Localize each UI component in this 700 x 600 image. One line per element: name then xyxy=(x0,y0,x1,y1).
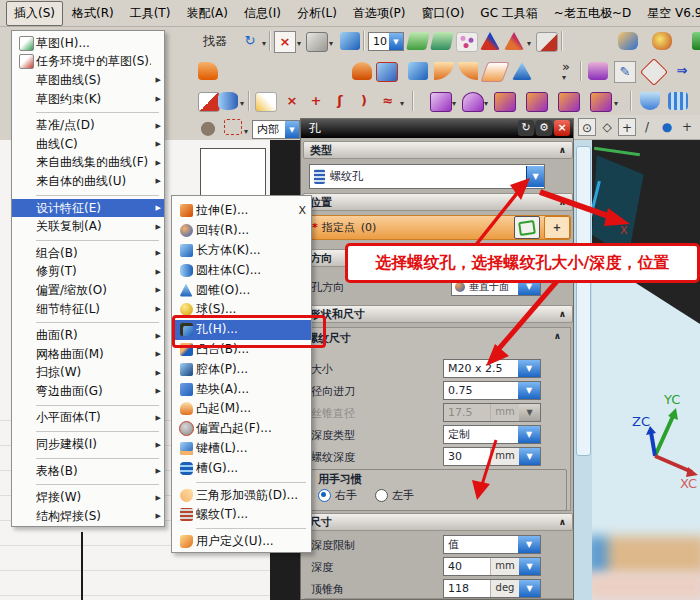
dialog-titlebar[interactable]: 孔 ↻ ⚙ × xyxy=(301,119,573,138)
tool-wrench-icon[interactable] xyxy=(588,62,608,80)
thread-depth-field[interactable]: 30 mm ▼ xyxy=(443,447,541,466)
sketch-section-button[interactable] xyxy=(514,216,540,239)
thread-size-header[interactable]: 螺纹尺寸 ∧ xyxy=(307,331,565,347)
hole-type-combo[interactable]: 螺纹孔 ▼ xyxy=(309,164,545,189)
submenu-item-emboss[interactable]: 凸起(M)... xyxy=(172,399,311,419)
point-set-icon[interactable] xyxy=(456,32,478,52)
ruled-surface-icon[interactable] xyxy=(640,92,660,110)
curve-spline-icon[interactable]: ʃ xyxy=(330,91,350,111)
submenu-item-offset-emboss[interactable]: 偏置凸起(F)... xyxy=(172,419,311,439)
depth-limit-dropdown-icon[interactable]: ▼ xyxy=(518,536,540,553)
pattern-face-icon[interactable] xyxy=(590,92,612,112)
orbit-icon[interactable]: ↻ xyxy=(240,31,260,51)
scrollbar-thumb[interactable] xyxy=(576,146,591,456)
layer-settings-icon[interactable] xyxy=(406,32,430,50)
depth-type-dropdown-icon[interactable]: ▼ xyxy=(518,426,540,443)
menu-item-synchronous-modeling[interactable]: 同步建模(I)▶ xyxy=(12,435,164,454)
menu-xingkong-plugin[interactable]: 星空 V6.935F xyxy=(640,2,700,25)
crescent-feature2-icon[interactable] xyxy=(458,62,478,80)
menu-item-surface[interactable]: 曲面(R)▶ xyxy=(12,326,164,345)
menu-analysis[interactable]: 分析(L) xyxy=(290,2,344,25)
mesh-surface-icon[interactable] xyxy=(668,92,688,110)
menu-item-offset-scale[interactable]: 偏置/缩放(O)▶ xyxy=(12,281,164,300)
type-section-header[interactable]: 类型 ∧ xyxy=(303,141,573,159)
menu-window[interactable]: 窗口(O) xyxy=(415,2,472,25)
crescent-feature-icon[interactable] xyxy=(434,62,454,80)
curve-plus-icon[interactable]: + xyxy=(306,91,326,111)
object-display-icon[interactable] xyxy=(652,32,672,50)
key-document-icon[interactable] xyxy=(255,92,277,112)
menu-item-sketch-in-task[interactable]: 任务环境中的草图(S)... xyxy=(12,53,164,72)
orbit-dropdown-icon[interactable]: ▾ xyxy=(262,39,266,48)
thread-depth-down-icon[interactable]: ▼ xyxy=(519,448,540,465)
submenu-item-groove[interactable]: 槽(G)... xyxy=(172,458,311,478)
menu-item-mesh-surface[interactable]: 网格曲面(M)▶ xyxy=(12,345,164,364)
menu-item-sweep[interactable]: 扫掠(W)▶ xyxy=(12,364,164,383)
shape-section-header[interactable]: 形状和尺寸 ∧ xyxy=(303,305,573,323)
cube-edge-icon[interactable] xyxy=(376,62,398,82)
move-face-icon[interactable] xyxy=(430,92,452,112)
cylinder-tool-icon[interactable] xyxy=(218,92,238,110)
left-hand-radio[interactable] xyxy=(375,489,388,502)
shaded-view-icon[interactable] xyxy=(340,32,360,50)
type-dropdown-icon[interactable]: ▼ xyxy=(526,166,544,187)
menu-assemblies[interactable]: 装配(A) xyxy=(179,2,235,25)
menu-item-facet-body[interactable]: 小平面体(T)▶ xyxy=(12,409,164,428)
menu-gc-toolbox[interactable]: GC 工具箱 xyxy=(473,2,545,25)
graphics-window[interactable]: X xyxy=(592,140,700,600)
snap-quadrant-icon[interactable]: ◇ xyxy=(598,118,616,136)
curve-dropdown-icon[interactable]: ▾ xyxy=(400,99,404,108)
tip-angle-down-icon[interactable]: ▼ xyxy=(519,580,540,597)
specify-point-row[interactable]: * 指定点 (0) + xyxy=(305,215,571,240)
submenu-item-revolve[interactable]: 回转(R)... xyxy=(172,221,311,241)
snap-face-icon[interactable]: ● xyxy=(658,118,676,136)
snap-point-icon[interactable]: + xyxy=(678,118,696,136)
menu-tools[interactable]: 工具(T) xyxy=(123,2,178,25)
point-dialog-button[interactable]: + xyxy=(544,216,570,239)
menu-item-weld[interactable]: 焊接(W)▶ xyxy=(12,488,164,507)
block-feature-icon[interactable] xyxy=(408,62,428,80)
radial-dropdown-icon[interactable]: ▼ xyxy=(518,382,540,399)
menu-laowu-plugin[interactable]: ~老五电极~D xyxy=(547,2,638,25)
toolbar-overflow-down-icon[interactable]: ▾ xyxy=(562,73,566,82)
dialog-scrollbar[interactable] xyxy=(574,140,592,600)
collapse-icon[interactable]: ∧ xyxy=(559,197,566,207)
cylinder-dropdown-icon[interactable]: ▾ xyxy=(240,99,244,108)
submenu-item-keyslot[interactable]: 键槽(L)... xyxy=(172,439,311,459)
menu-item-combine[interactable]: 组合(B)▶ xyxy=(12,244,164,263)
menu-item-curve-from-curves[interactable]: 来自曲线集的曲线(F)▶ xyxy=(12,154,164,173)
dimensions-section-header[interactable]: 尺寸 ∧ xyxy=(303,513,573,531)
menu-preferences[interactable]: 首选项(P) xyxy=(346,2,413,25)
size-dropdown-icon[interactable]: ▼ xyxy=(518,360,540,377)
collapse-icon[interactable]: ∧ xyxy=(559,309,566,319)
menu-item-curve-from-bodies[interactable]: 来自体的曲线(U)▶ xyxy=(12,172,164,191)
datum-dropdown-icon[interactable]: ▾ xyxy=(527,39,531,48)
right-hand-radio[interactable] xyxy=(318,489,331,502)
position-section-header[interactable]: 位置 ∧ xyxy=(303,193,573,211)
flat-pad-icon[interactable] xyxy=(480,62,509,82)
selection-scope-combo[interactable]: 内部 ▼ xyxy=(252,120,300,139)
menu-item-sketch-curve[interactable]: 草图曲线(S)▶ xyxy=(12,71,164,90)
snap-paw-icon[interactable] xyxy=(198,118,218,136)
offset-region-dropdown-icon[interactable]: ▾ xyxy=(484,99,488,108)
depth-limit-combo[interactable]: 值 ▼ xyxy=(443,535,541,554)
offset-region-icon[interactable] xyxy=(462,92,484,112)
submenu-item-user-defined[interactable]: 用户定义(U)... xyxy=(172,532,311,552)
curve-wave-icon[interactable]: ≈ xyxy=(378,91,398,111)
menu-item-flange-surface[interactable]: 弯边曲面(G)▶ xyxy=(12,382,164,401)
depth-down-icon[interactable]: ▼ xyxy=(519,558,540,575)
datum-axis-icon[interactable] xyxy=(504,32,524,50)
curve-arc-icon[interactable]: ) xyxy=(354,91,374,111)
submenu-item-extrude[interactable]: 拉伸(E)... X xyxy=(172,201,311,221)
diamond-pair-icon[interactable] xyxy=(640,58,668,86)
pencil-sketch-icon[interactable]: ✎ xyxy=(614,61,636,83)
menu-item-detail-feature[interactable]: 细节特征(L)▶ xyxy=(12,300,164,319)
menu-item-table[interactable]: 表格(B)▶ xyxy=(12,462,164,481)
layer-visible-in-view-icon[interactable] xyxy=(430,32,454,50)
rectangle-select-icon[interactable] xyxy=(224,119,242,135)
layer-dropdown-icon[interactable]: ▼ xyxy=(389,33,403,50)
move-object-icon[interactable] xyxy=(618,32,638,50)
feature-partial-icon[interactable] xyxy=(198,62,218,80)
close-button[interactable]: × xyxy=(554,120,570,136)
menu-item-sketch-constraint[interactable]: 草图约束(K)▶ xyxy=(12,90,164,109)
